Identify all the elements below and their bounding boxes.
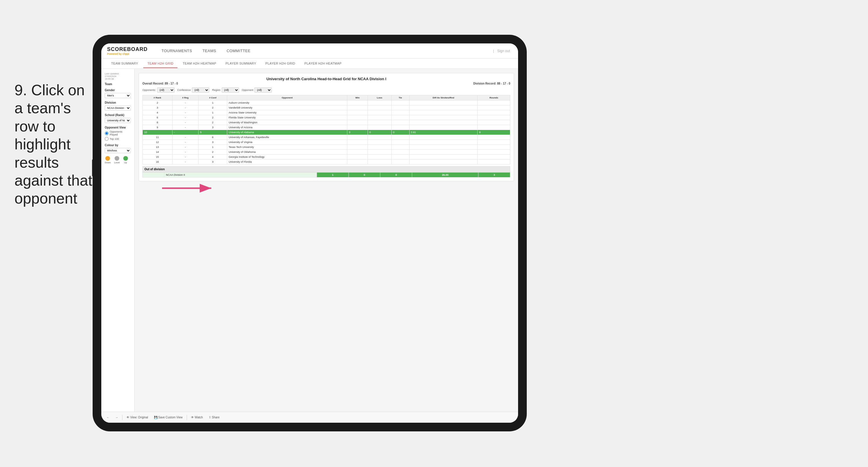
filter-region-select[interactable]: (All) (222, 87, 239, 93)
table-cell (477, 120, 510, 125)
legend-dot-up (123, 156, 128, 161)
legend-up: Up (123, 156, 128, 164)
table-row[interactable]: 9-3University of Arizona (143, 125, 510, 130)
out-of-division-row[interactable]: NCAA Division II 1 0 0 26.00 3 (143, 173, 510, 177)
col-rank: # Rank (143, 95, 173, 100)
table-cell (368, 145, 391, 150)
table-cell (477, 110, 510, 115)
legend-level: Level (114, 156, 120, 164)
table-cell: 1 (198, 110, 227, 115)
radio-top100[interactable]: Top 100 (105, 137, 131, 141)
table-cell (347, 120, 368, 125)
table-row[interactable]: 16-3University of Florida (143, 159, 510, 165)
sub-nav-team-h2h-grid[interactable]: TEAM H2H GRID (143, 59, 178, 68)
view-original-btn[interactable]: 👁 View: Original (125, 415, 150, 420)
nav-teams[interactable]: TEAMS (197, 44, 221, 57)
table-cell (368, 140, 391, 145)
table-cell: Auburn University (227, 100, 347, 106)
nav-tournaments[interactable]: TOURNAMENTS (156, 44, 197, 57)
sign-out-link[interactable]: Sign out (497, 49, 510, 53)
col-opponent: Opponent (227, 95, 347, 100)
table-row[interactable]: 8-2University of Washington (143, 120, 510, 125)
table-cell: 3 (198, 159, 227, 165)
sidebar-school-section: School (Rank) University of Nort... (105, 114, 131, 123)
table-row[interactable]: 13-1Texas Tech University (143, 145, 510, 150)
table-cell (409, 159, 477, 165)
grid-panel: University of North Carolina Head-to-Hea… (138, 73, 514, 181)
nav-committee[interactable]: COMMITTEE (221, 44, 256, 57)
table-cell (477, 135, 510, 140)
division-record: Division Record: 88 - 17 - 0 (473, 82, 510, 85)
sub-nav-team-summary[interactable]: TEAM SUMMARY (107, 59, 142, 67)
main-content: Last Updated: 27/03/2024 16:55:38 Team G… (101, 69, 518, 412)
filter-region: Region (All) (212, 87, 239, 93)
table-cell: 14 (143, 150, 173, 155)
table-row[interactable]: 11-6University of Arkansas, Fayetteville (143, 135, 510, 140)
table-row[interactable]: 12-3University of Virginia (143, 140, 510, 145)
table-cell: Florida State University (227, 115, 347, 120)
table-row[interactable]: 15-4Georgia Institute of Technology (143, 155, 510, 159)
table-cell: University of Oklahoma (227, 150, 347, 155)
colour-by-select[interactable]: Win/loss (105, 148, 131, 153)
top-navigation: SCOREBOARD Powered by clippi TOURNAMENTS… (101, 43, 518, 58)
sub-nav-team-h2h-heatmap[interactable]: TEAM H2H HEATMAP (179, 59, 220, 67)
table-cell: - (172, 155, 198, 159)
sidebar-team-section: Team (105, 83, 131, 86)
table-cell: - (172, 100, 198, 106)
filter-conference-label: Conference (178, 89, 191, 91)
filter-opponents-select[interactable]: (All) (157, 87, 175, 93)
overall-record: Overall Record: 89 - 17 - 0 (143, 82, 178, 85)
table-cell (409, 120, 477, 125)
undo-btn[interactable]: ← (105, 415, 111, 420)
table-cell: 12 (143, 140, 173, 145)
table-cell: 2 (198, 106, 227, 110)
redo-btn[interactable]: → (114, 415, 120, 420)
radio-opponents-played[interactable]: Opponents Played (105, 130, 131, 136)
table-row[interactable]: 10-5University of Alabama3002.618 (143, 130, 510, 135)
table-cell: University of Arkansas, Fayetteville (227, 135, 347, 140)
grid-title: University of North Carolina Head-to-Hea… (143, 77, 510, 81)
table-cell: 2 (198, 120, 227, 125)
share-btn[interactable]: ⇧ Share (207, 415, 221, 420)
table-cell: 4 (198, 155, 227, 159)
division-select[interactable]: NCAA Division I (105, 106, 131, 111)
filter-conference-select[interactable]: (All) (192, 87, 209, 93)
table-cell: 5 (198, 130, 227, 135)
table-cell (477, 115, 510, 120)
table-cell: - (172, 159, 198, 165)
table-row[interactable]: 4-1Arizona State University (143, 110, 510, 115)
col-loss: Loss (368, 95, 391, 100)
table-cell (347, 110, 368, 115)
table-cell (391, 155, 409, 159)
school-select[interactable]: University of Nort... (105, 118, 131, 123)
save-custom-view-btn[interactable]: 💾 Save Custom View (152, 415, 184, 420)
table-cell: 6 (143, 115, 173, 120)
sub-nav-player-h2h-grid[interactable]: PLAYER H2H GRID (261, 59, 299, 67)
table-cell: 2 (198, 150, 227, 155)
table-cell: 2.61 (409, 130, 477, 135)
table-cell: University of Washington (227, 120, 347, 125)
sidebar-division-section: Division NCAA Division I (105, 101, 131, 111)
data-table: # Rank # Reg # Conf Opponent Win Loss Ti… (143, 95, 510, 165)
table-cell (477, 145, 510, 150)
out-div-rounds: 3 (478, 173, 510, 177)
table-row[interactable]: 3-2Vanderbilt University (143, 106, 510, 110)
table-row[interactable]: 6-2Florida State University (143, 115, 510, 120)
records-row: Overall Record: 89 - 17 - 0 Division Rec… (143, 82, 510, 85)
table-cell: - (172, 140, 198, 145)
table-cell (391, 120, 409, 125)
filter-opponents: Opponents: (All) (143, 87, 175, 93)
table-cell: 0 (391, 130, 409, 135)
sub-nav-player-h2h-heatmap[interactable]: PLAYER H2H HEATMAP (301, 59, 346, 67)
table-cell (368, 155, 391, 159)
watch-btn[interactable]: 👁 Watch (189, 415, 205, 420)
table-cell (368, 159, 391, 165)
table-cell (409, 135, 477, 140)
table-row[interactable]: 14-2University of Oklahoma (143, 150, 510, 155)
table-row[interactable]: 2-1Auburn University (143, 100, 510, 106)
table-cell: University of Alabama (227, 130, 347, 135)
sub-nav-player-summary[interactable]: PLAYER SUMMARY (221, 59, 260, 67)
filter-opponent-select[interactable]: (All) (254, 87, 272, 93)
tablet-screen: SCOREBOARD Powered by clippi TOURNAMENTS… (101, 43, 518, 423)
gender-select[interactable]: Men's (105, 93, 131, 98)
